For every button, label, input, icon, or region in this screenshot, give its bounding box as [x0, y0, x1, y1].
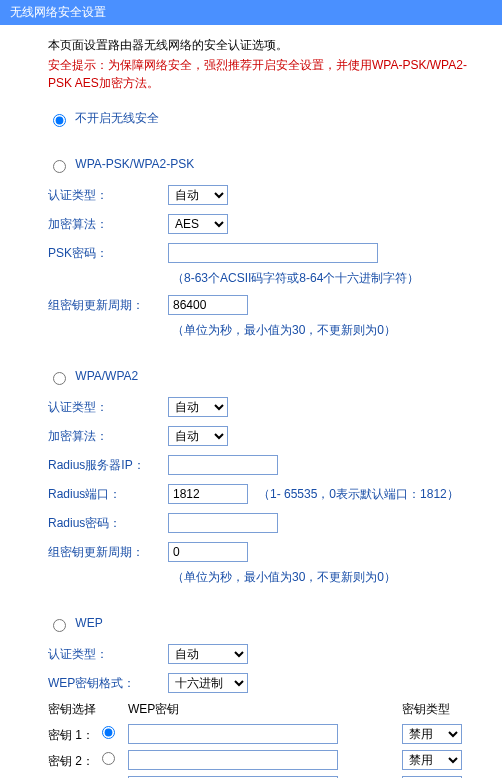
- wireless-security-panel: 无线网络安全设置 本页面设置路由器无线网络的安全认证选项。 安全提示：为保障网络…: [0, 0, 502, 778]
- wpapsk-pass-label: PSK密码：: [48, 245, 168, 262]
- wpa-radius-port-input[interactable]: [168, 484, 248, 504]
- wep-key2-radio[interactable]: [102, 752, 115, 765]
- mode-radio-wep-input[interactable]: [53, 619, 66, 632]
- panel-content: 本页面设置路由器无线网络的安全认证选项。 安全提示：为保障网络安全，强烈推荐开启…: [0, 25, 502, 778]
- wep-format-select[interactable]: 十六进制: [168, 673, 248, 693]
- wep-key1-label: 密钥 1：: [48, 728, 94, 742]
- mode-radio-disabled[interactable]: 不开启无线安全: [48, 111, 159, 125]
- panel-title: 无线网络安全设置: [0, 0, 502, 25]
- wep-auth-select[interactable]: 自动: [168, 644, 248, 664]
- wpa-radius-port-label: Radius端口：: [48, 486, 168, 503]
- wpapsk-auth-label: 认证类型：: [48, 187, 168, 204]
- wpapsk-pass-input[interactable]: [168, 243, 378, 263]
- section-disabled: 不开启无线安全: [48, 110, 472, 127]
- wep-key-row-1: 密钥 1： 禁用: [48, 723, 472, 744]
- wpapsk-cipher-select[interactable]: AES: [168, 214, 228, 234]
- wep-format-label: WEP密钥格式：: [48, 675, 168, 692]
- wpa-radius-pass-label: Radius密码：: [48, 515, 168, 532]
- mode-radio-disabled-input[interactable]: [53, 114, 66, 127]
- wpa-auth-label: 认证类型：: [48, 399, 168, 416]
- wpapsk-rekey-note: （单位为秒，最小值为30，不更新则为0）: [172, 322, 472, 339]
- wep-key1-type[interactable]: 禁用: [402, 724, 462, 744]
- wep-key-row-2: 密钥 2： 禁用: [48, 749, 472, 770]
- wep-key2-type[interactable]: 禁用: [402, 750, 462, 770]
- mode-radio-wpapsk-input[interactable]: [53, 160, 66, 173]
- mode-radio-wpapsk[interactable]: WPA-PSK/WPA2-PSK: [48, 157, 194, 171]
- page-description: 本页面设置路由器无线网络的安全认证选项。: [48, 37, 472, 54]
- wpa-radius-pass-input[interactable]: [168, 513, 278, 533]
- wpa-cipher-label: 加密算法：: [48, 428, 168, 445]
- security-warning: 安全提示：为保障网络安全，强烈推荐开启安全设置，并使用WPA-PSK/WPA2-…: [48, 56, 472, 92]
- wpapsk-rekey-label: 组密钥更新周期：: [48, 297, 168, 314]
- wpa-radius-ip-label: Radius服务器IP：: [48, 457, 168, 474]
- section-wpa: WPA/WPA2 认证类型： 自动 加密算法： 自动 Radius服务器IP： …: [48, 369, 472, 586]
- wpa-radius-ip-input[interactable]: [168, 455, 278, 475]
- wpapsk-auth-select[interactable]: 自动: [168, 185, 228, 205]
- mode-radio-wpa[interactable]: WPA/WPA2: [48, 369, 138, 383]
- mode-radio-wpapsk-label: WPA-PSK/WPA2-PSK: [75, 157, 194, 171]
- wpa-cipher-select[interactable]: 自动: [168, 426, 228, 446]
- wpa-radius-port-note: （1- 65535，0表示默认端口：1812）: [258, 486, 459, 503]
- wep-key2-label: 密钥 2：: [48, 754, 94, 768]
- wpapsk-pass-note: （8-63个ACSII码字符或8-64个十六进制字符）: [172, 270, 472, 287]
- wpa-auth-select[interactable]: 自动: [168, 397, 228, 417]
- wpa-rekey-note: （单位为秒，最小值为30，不更新则为0）: [172, 569, 472, 586]
- wpapsk-rekey-input[interactable]: [168, 295, 248, 315]
- wep-key1-input[interactable]: [128, 724, 338, 744]
- wep-key1-radio[interactable]: [102, 726, 115, 739]
- wep-key2-input[interactable]: [128, 750, 338, 770]
- wpapsk-cipher-label: 加密算法：: [48, 216, 168, 233]
- mode-radio-wep-label: WEP: [75, 616, 102, 630]
- mode-radio-disabled-label: 不开启无线安全: [75, 111, 159, 125]
- mode-radio-wpa-input[interactable]: [53, 372, 66, 385]
- wpa-rekey-input[interactable]: [168, 542, 248, 562]
- section-wpapsk: WPA-PSK/WPA2-PSK 认证类型： 自动 加密算法： AES PSK密…: [48, 157, 472, 339]
- section-wep: WEP 认证类型： 自动 WEP密钥格式： 十六进制 密钥选择 WEP密钥 密钥…: [48, 616, 472, 778]
- wpa-rekey-label: 组密钥更新周期：: [48, 544, 168, 561]
- wep-table-header: 密钥选择 WEP密钥 密钥类型: [48, 701, 472, 718]
- wep-auth-label: 认证类型：: [48, 646, 168, 663]
- mode-radio-wpa-label: WPA/WPA2: [75, 369, 138, 383]
- mode-radio-wep[interactable]: WEP: [48, 616, 103, 630]
